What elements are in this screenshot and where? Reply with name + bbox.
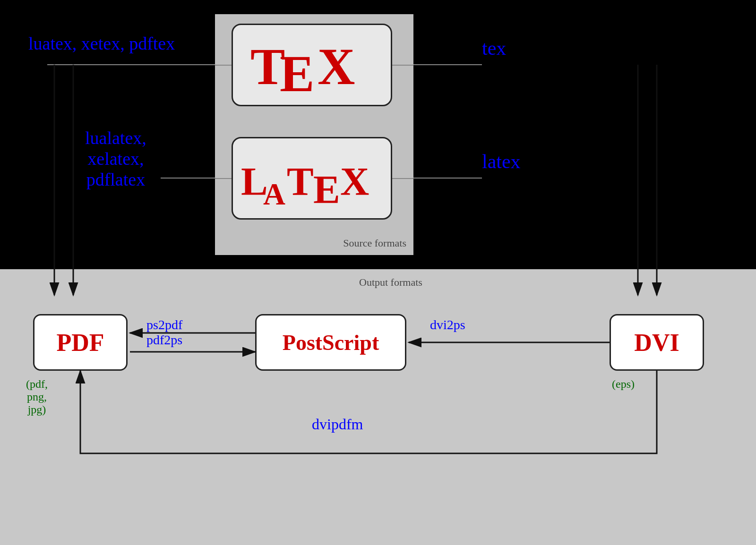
pdf-label: PDF [56,329,104,357]
label-latex: latex [482,150,521,173]
dvi-formats: (eps) [612,378,635,391]
svg-text:E: E [280,45,312,98]
label-luatex: luatex, xetex, pdftex [28,33,175,54]
output-formats-label: Output formats [359,276,422,289]
tex-logo-svg: T E X [246,32,378,98]
dvi-box: DVI [610,314,704,371]
label-tex: tex [482,37,506,60]
latex-logo-box: L A T E X [232,137,392,220]
lualatex-line2: xelatex, [87,149,144,169]
dvi-label: DVI [634,329,679,357]
pdf2ps-text: pdf2ps [146,332,182,347]
pdf-box: PDF [33,314,128,371]
label-lualatex: lualatex, xelatex, pdflatex [85,128,146,190]
dvi-formats-text: (eps) [612,378,635,390]
postscript-box: PostScript [255,314,406,371]
latex-logo-svg: L A T E X [239,145,385,212]
tex-logo-box: T E X [232,24,392,106]
label-dvi2ps: dvi2ps [430,317,465,332]
svg-text:X: X [318,38,355,95]
svg-text:E: E [313,167,340,212]
label-ps2pdf: ps2pdf pdf2ps [146,317,182,348]
lualatex-line1: lualatex, [85,128,146,148]
svg-text:A: A [263,177,285,211]
pdf-formats: (pdf,png,jpg) [26,378,48,416]
ps2pdf-text: ps2pdf [146,317,182,332]
svg-text:X: X [340,159,369,204]
source-formats-label: Source formats [343,237,406,249]
bottom-section [0,269,756,545]
lualatex-line3: pdflatex [86,170,146,189]
label-dvipdfm: dvipdfm [312,416,363,433]
svg-text:T: T [287,159,314,204]
postscript-label: PostScript [283,330,379,355]
pdf-formats-text: (pdf,png,jpg) [26,378,48,416]
